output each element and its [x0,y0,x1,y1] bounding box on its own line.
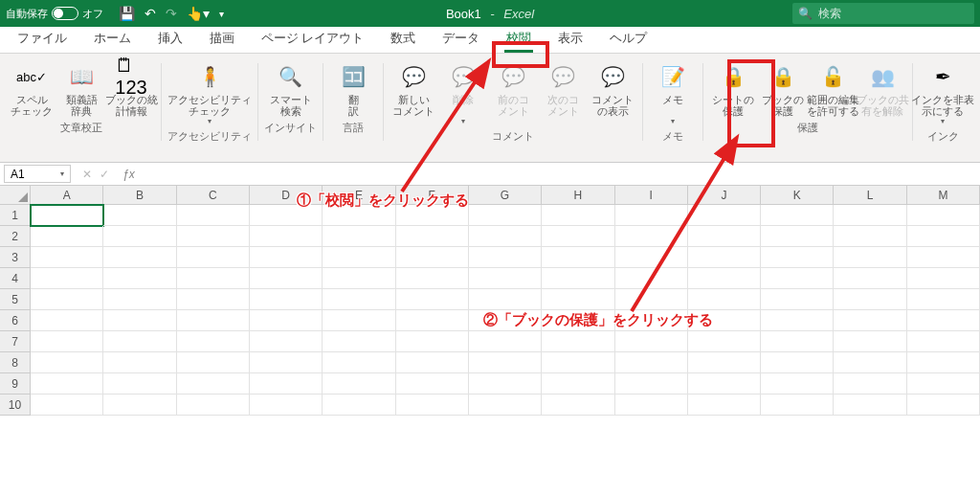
touch-mode-icon[interactable]: 👆▾ [187,6,210,21]
cell-C1[interactable] [177,205,250,226]
tab-挿入[interactable]: 挿入 [148,27,192,53]
tab-描画[interactable]: 描画 [200,27,244,53]
cell-B5[interactable] [103,289,176,310]
cell-B4[interactable] [103,268,176,289]
column-header-C[interactable]: C [177,186,250,205]
cell-J9[interactable] [688,373,761,395]
cell-M8[interactable] [907,352,980,373]
cell-G9[interactable] [469,373,542,395]
tab-校閲[interactable]: 校閲 [497,27,541,53]
cell-M7[interactable] [907,331,980,352]
cell-B6[interactable] [103,310,176,331]
cell-K7[interactable] [761,331,834,352]
cell-G8[interactable] [469,352,542,373]
cell-C3[interactable] [177,247,250,268]
cell-D2[interactable] [250,226,323,247]
cell-D10[interactable] [250,395,323,416]
cell-J1[interactable] [688,205,761,226]
cell-E4[interactable] [323,268,395,289]
cell-A8[interactable] [31,352,103,373]
ribbon-button-translate[interactable]: 🈁翻 訳 [329,57,377,119]
autosave-toggle[interactable]: 自動保存 オフ [6,7,103,21]
cell-C8[interactable] [177,352,250,373]
select-all-corner[interactable] [0,186,31,205]
column-header-M[interactable]: M [907,186,980,205]
cell-K3[interactable] [761,247,834,268]
ribbon-button-thesaurus[interactable]: 📖類義語 辞典 [57,57,105,119]
cell-A3[interactable] [31,247,103,268]
cell-B8[interactable] [103,352,176,373]
cell-K10[interactable] [761,395,834,416]
cell-I2[interactable] [615,226,688,247]
cell-C7[interactable] [177,331,250,352]
row-header-4[interactable]: 4 [0,268,31,289]
column-header-A[interactable]: A [31,186,103,205]
cell-C4[interactable] [177,268,250,289]
cell-A9[interactable] [31,373,103,395]
cell-D3[interactable] [250,247,323,268]
row-header-3[interactable]: 3 [0,247,31,268]
cell-A4[interactable] [31,268,103,289]
cell-B7[interactable] [103,331,176,352]
tab-ファイル[interactable]: ファイル [8,27,77,53]
cell-K4[interactable] [761,268,834,289]
tab-数式[interactable]: 数式 [381,27,425,53]
cell-I5[interactable] [615,289,688,310]
cell-J5[interactable] [688,289,761,310]
cell-G2[interactable] [469,226,542,247]
cell-L6[interactable] [834,310,906,331]
cell-G4[interactable] [469,268,542,289]
cell-H7[interactable] [542,331,614,352]
cell-J3[interactable] [688,247,761,268]
cell-L10[interactable] [834,395,906,416]
cell-K5[interactable] [761,289,834,310]
cell-M1[interactable] [907,205,980,226]
cell-H9[interactable] [542,373,614,395]
column-header-G[interactable]: G [469,186,542,205]
cell-A6[interactable] [31,310,103,331]
cell-D4[interactable] [250,268,323,289]
column-header-K[interactable]: K [761,186,834,205]
save-icon[interactable]: 💾 [119,6,135,21]
cell-H2[interactable] [542,226,614,247]
cell-A5[interactable] [31,289,103,310]
formula-input[interactable] [141,163,980,185]
cell-K2[interactable] [761,226,834,247]
cell-C9[interactable] [177,373,250,395]
cell-B3[interactable] [103,247,176,268]
cell-L3[interactable] [834,247,906,268]
ribbon-button-stats[interactable]: 🗒123ブックの統 計情報 [107,57,155,119]
qat-customize-icon[interactable]: ▾ [219,9,224,19]
row-header-7[interactable]: 7 [0,331,31,352]
cell-H5[interactable] [542,289,614,310]
name-box[interactable]: A1▾ [4,165,71,183]
cell-L8[interactable] [834,352,906,373]
cell-C6[interactable] [177,310,250,331]
cell-J7[interactable] [688,331,761,352]
cell-E7[interactable] [323,331,395,352]
cell-K1[interactable] [761,205,834,226]
cell-L7[interactable] [834,331,906,352]
cell-I1[interactable] [615,205,688,226]
row-header-8[interactable]: 8 [0,352,31,373]
cell-C10[interactable] [177,395,250,416]
cell-A7[interactable] [31,331,103,352]
row-header-6[interactable]: 6 [0,310,31,331]
ribbon-button-spell[interactable]: abc✓スペル チェック [8,57,56,119]
cell-A2[interactable] [31,226,103,247]
column-header-H[interactable]: H [542,186,614,205]
cell-J10[interactable] [688,395,761,416]
cell-B9[interactable] [103,373,176,395]
cell-G10[interactable] [469,395,542,416]
cell-I10[interactable] [615,395,688,416]
spreadsheet-grid[interactable]: ABCDEFGHIJKLM 12345678910 [0,186,980,496]
cell-D6[interactable] [250,310,323,331]
tab-ヘルプ[interactable]: ヘルプ [600,27,657,53]
cell-E2[interactable] [323,226,395,247]
cell-B10[interactable] [103,395,176,416]
row-header-10[interactable]: 10 [0,395,31,416]
row-header-1[interactable]: 1 [0,205,31,226]
cell-F5[interactable] [396,289,469,310]
row-header-9[interactable]: 9 [0,373,31,395]
cell-M5[interactable] [907,289,980,310]
